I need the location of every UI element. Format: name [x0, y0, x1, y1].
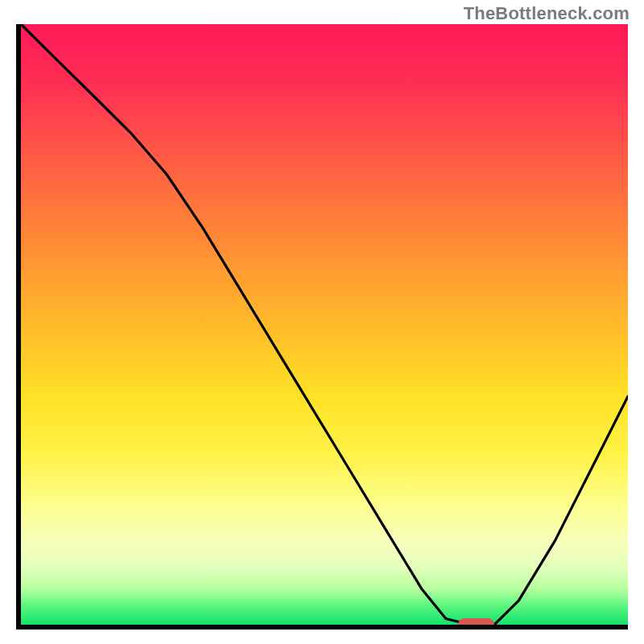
optimal-marker	[458, 618, 494, 625]
bottleneck-curve	[21, 24, 628, 625]
watermark-text: TheBottleneck.com	[464, 3, 630, 24]
x-axis	[16, 625, 628, 630]
plot-area	[21, 24, 628, 625]
chart-frame: TheBottleneck.com	[0, 0, 644, 644]
